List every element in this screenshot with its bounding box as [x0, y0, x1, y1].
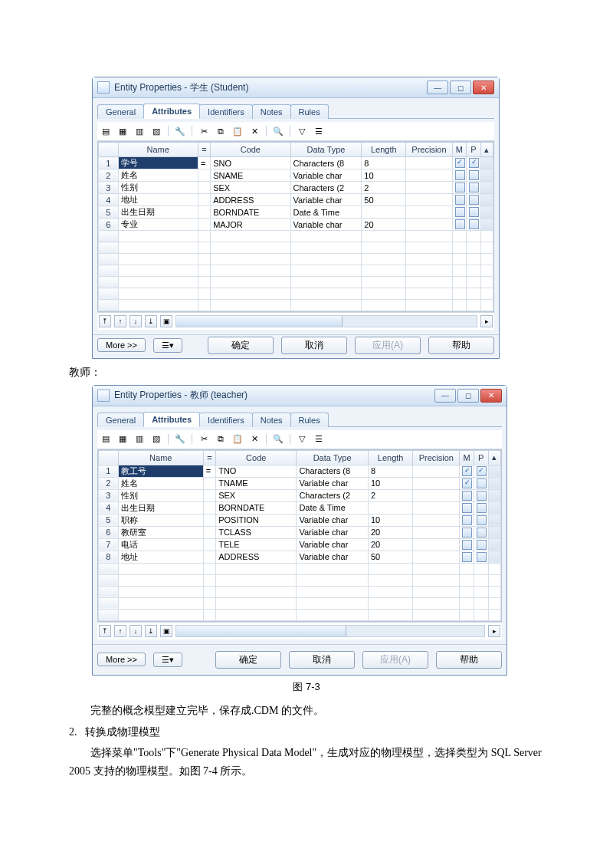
- cell-mandatory[interactable]: [460, 538, 474, 551]
- cell-precision[interactable]: [406, 219, 452, 231]
- cell-precision[interactable]: [413, 465, 460, 477]
- cell-length[interactable]: 20: [368, 538, 412, 551]
- nav-last-icon[interactable]: ⤓: [145, 315, 157, 327]
- cell-datatype[interactable]: Variable char: [297, 538, 369, 551]
- cell-name[interactable]: 教研室: [118, 526, 203, 538]
- horizontal-scrollbar[interactable]: [175, 315, 477, 327]
- nav-end-icon[interactable]: ▣: [160, 625, 172, 637]
- cell-precision[interactable]: [406, 157, 452, 169]
- cell-code[interactable]: POSITION: [216, 514, 297, 526]
- cell-code[interactable]: SNAME: [211, 169, 290, 182]
- find-icon[interactable]: 🔍: [271, 433, 285, 446]
- cell-precision[interactable]: [406, 206, 452, 219]
- cell-datatype[interactable]: Variable char: [290, 219, 362, 231]
- cell-name[interactable]: 教工号: [118, 465, 203, 477]
- cell-precision[interactable]: [406, 169, 452, 182]
- tab-notes[interactable]: Notes: [252, 104, 291, 119]
- cell-primary[interactable]: [474, 477, 488, 489]
- col-datatype[interactable]: Data Type: [290, 143, 362, 157]
- cell-primary[interactable]: [474, 501, 488, 514]
- col-precision[interactable]: Precision: [413, 450, 460, 465]
- cell-precision[interactable]: [413, 514, 460, 526]
- cell-primary[interactable]: [467, 206, 481, 219]
- cell-name[interactable]: 性别: [118, 489, 203, 501]
- cell-length[interactable]: [362, 206, 406, 219]
- cell-name[interactable]: 姓名: [118, 169, 198, 182]
- tab-rules[interactable]: Rules: [290, 413, 329, 427]
- cell-code[interactable]: SEX: [216, 489, 297, 501]
- col-m[interactable]: M: [452, 143, 467, 157]
- table-row[interactable]: [99, 242, 493, 254]
- insert-icon[interactable]: ▥: [133, 125, 146, 137]
- append-icon[interactable]: ▧: [149, 433, 163, 446]
- table-row[interactable]: 8地址ADDRESSVariable char50: [99, 551, 501, 563]
- cell-precision[interactable]: [413, 538, 460, 551]
- properties-icon[interactable]: 🔧: [173, 125, 187, 137]
- table-row[interactable]: 5出生日期BORNDATEDate & Time: [99, 206, 493, 219]
- cell-code[interactable]: ADDRESS: [211, 194, 290, 206]
- col-p[interactable]: P: [467, 143, 481, 157]
- table-row[interactable]: 5职称POSITIONVariable char10: [99, 514, 501, 526]
- cell-precision[interactable]: [413, 526, 460, 538]
- cell-length[interactable]: 20: [362, 219, 406, 231]
- paste-icon[interactable]: 📋: [231, 433, 244, 446]
- nav-last-icon[interactable]: ⤓: [145, 625, 157, 637]
- cell-code[interactable]: MAJOR: [211, 219, 290, 231]
- cell-mandatory[interactable]: [460, 526, 474, 538]
- table-row[interactable]: [99, 574, 501, 586]
- customize-icon[interactable]: ☰: [312, 433, 326, 446]
- minimize-button[interactable]: —: [434, 389, 456, 403]
- find-icon[interactable]: 🔍: [271, 125, 285, 137]
- table-row[interactable]: [99, 609, 501, 620]
- table-row[interactable]: 6专业MAJORVariable char20: [99, 219, 493, 231]
- cell-mandatory[interactable]: [460, 465, 474, 477]
- cell-primary[interactable]: [474, 538, 488, 551]
- cell-code[interactable]: ADDRESS: [216, 551, 297, 563]
- scroll-gutter[interactable]: [480, 182, 493, 194]
- cell-name[interactable]: 性别: [118, 182, 198, 194]
- cell-code[interactable]: TCLASS: [216, 526, 297, 538]
- cell-mandatory[interactable]: [452, 157, 467, 169]
- cell-code[interactable]: BORNDATE: [211, 206, 290, 219]
- tab-notes[interactable]: Notes: [252, 413, 291, 427]
- help-button[interactable]: 帮助: [428, 337, 494, 354]
- cell-code[interactable]: TNAME: [216, 477, 297, 489]
- cell-mandatory[interactable]: [460, 477, 474, 489]
- horizontal-scrollbar[interactable]: [175, 625, 485, 637]
- cell-precision[interactable]: [413, 551, 460, 563]
- scroll-gutter[interactable]: [488, 538, 500, 551]
- add-row-icon[interactable]: ▦: [116, 433, 129, 446]
- cell-datatype[interactable]: Characters (8: [290, 157, 362, 169]
- cell-length[interactable]: 50: [368, 551, 412, 563]
- options-button[interactable]: ☰▾: [153, 338, 182, 353]
- delete-icon[interactable]: ✕: [247, 125, 261, 137]
- cell-length[interactable]: 10: [368, 477, 412, 489]
- more-button[interactable]: More >>: [97, 653, 146, 666]
- cell-name[interactable]: 地址: [118, 194, 198, 206]
- cell-datatype[interactable]: Date & Time: [297, 501, 369, 514]
- scroll-right-icon[interactable]: ▸: [488, 625, 500, 637]
- insert-row-icon[interactable]: ▤: [99, 125, 113, 137]
- table-row[interactable]: [99, 300, 493, 311]
- scroll-gutter[interactable]: [480, 194, 493, 206]
- insert-row-icon[interactable]: ▤: [99, 433, 113, 446]
- cell-length[interactable]: 2: [362, 182, 406, 194]
- cell-mandatory[interactable]: [452, 206, 467, 219]
- col-length[interactable]: Length: [368, 450, 412, 465]
- apply-button[interactable]: 应用(A): [362, 651, 428, 669]
- cell-length[interactable]: 2: [368, 489, 412, 501]
- scroll-gutter[interactable]: [480, 169, 493, 182]
- cell-length[interactable]: 20: [368, 526, 412, 538]
- col-precision[interactable]: Precision: [406, 143, 452, 157]
- cell-precision[interactable]: [406, 182, 452, 194]
- tab-general[interactable]: General: [97, 104, 144, 119]
- table-row[interactable]: 4地址ADDRESSVariable char50: [99, 194, 493, 206]
- cell-mandatory[interactable]: [460, 489, 474, 501]
- cell-length[interactable]: 10: [368, 514, 412, 526]
- tab-rules[interactable]: Rules: [290, 104, 329, 119]
- cell-mandatory[interactable]: [452, 219, 467, 231]
- cancel-button[interactable]: 取消: [281, 337, 347, 354]
- cell-length[interactable]: 8: [362, 157, 406, 169]
- table-row[interactable]: [99, 288, 493, 300]
- close-button[interactable]: ✕: [473, 81, 494, 94]
